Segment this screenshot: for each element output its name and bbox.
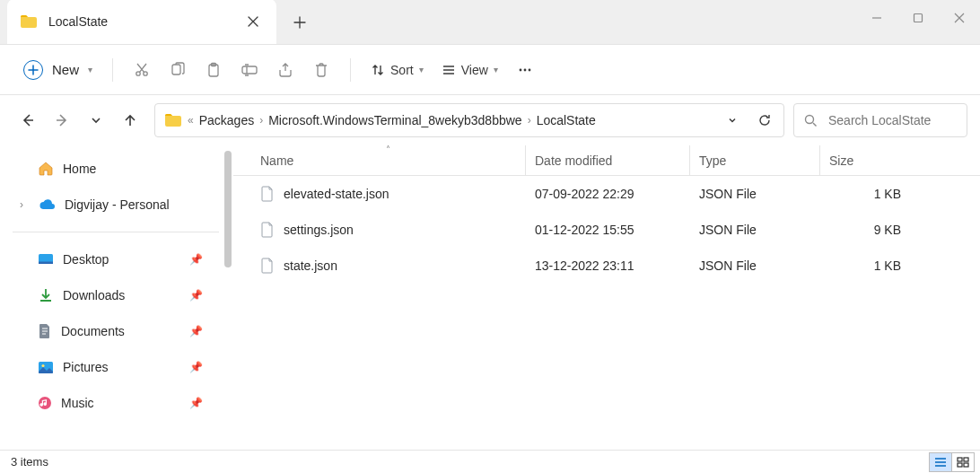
minimize-button[interactable] [856,0,897,36]
recent-locations-button[interactable] [81,105,111,136]
new-button-label: New [52,62,79,77]
view-button[interactable]: View ▾ [434,54,505,86]
chevron-down-icon: ▾ [88,65,92,74]
cut-button[interactable] [126,54,158,86]
tab-current[interactable]: LocalState [7,0,276,44]
cell-type: JSON File [690,258,820,273]
nav-item-label: Desktop [63,252,109,267]
breadcrumb-item[interactable]: Microsoft.WindowsTerminal_8wekyb3d8bbwe [268,113,521,127]
col-type[interactable]: Type [690,145,820,175]
file-name: elevated-state.json [284,187,389,201]
svg-point-7 [519,68,521,71]
file-icon [260,258,275,274]
breadcrumb-item[interactable]: Packages [199,113,254,127]
status-text: 3 items [11,455,48,469]
new-button[interactable]: New ▾ [16,54,100,86]
svg-rect-18 [958,463,962,467]
table-row[interactable]: state.json13-12-2022 23:11JSON File1 KB [251,248,980,284]
sort-button-label: Sort [390,63,414,77]
scrollbar-thumb[interactable] [224,151,232,267]
folder-icon [20,14,38,29]
pin-icon: 📌 [189,361,203,373]
up-button[interactable] [115,105,145,136]
titlebar: LocalState [0,0,980,45]
cell-date: 01-12-2022 15:55 [526,223,690,237]
chevron-down-icon: ▾ [494,65,498,74]
svg-point-2 [144,71,147,74]
nav-home-label: Home [63,162,96,176]
search-icon [803,113,818,127]
cell-name: settings.json [251,222,526,238]
back-button[interactable] [13,105,43,136]
search-input[interactable] [827,112,980,128]
cell-type: JSON File [690,223,820,237]
svg-rect-0 [914,14,923,22]
svg-rect-12 [39,262,53,265]
window-controls [856,0,980,36]
sort-button[interactable]: Sort ▾ [363,54,431,86]
address-dropdown-button[interactable] [719,107,746,134]
nav-desktop[interactable]: Desktop 📌 [7,241,224,277]
file-icon [260,222,275,238]
pin-icon: 📌 [189,253,203,266]
refresh-button[interactable] [751,107,778,134]
search-box[interactable] [793,103,967,137]
share-button[interactable] [269,54,302,86]
nav-onedrive-label: Digvijay - Personal [65,197,170,212]
file-rows: elevated-state.json07-09-2022 22:29JSON … [233,176,980,450]
chevron-right-icon[interactable]: › [528,114,531,127]
home-icon [38,161,54,177]
plus-circle-icon [23,60,43,80]
table-row[interactable]: elevated-state.json07-09-2022 22:29JSON … [251,176,980,212]
view-icon [442,63,456,77]
rename-button[interactable] [233,54,266,86]
nav-onedrive[interactable]: › Digvijay - Personal [7,187,224,223]
thumbnails-view-button[interactable] [951,452,975,472]
address-bar[interactable]: « Packages › Microsoft.WindowsTerminal_8… [154,103,784,137]
forward-button[interactable] [47,105,77,136]
breadcrumb-overflow[interactable]: « [188,114,194,127]
documents-icon [38,323,52,339]
close-window-button[interactable] [939,0,980,36]
tab-title: LocalState [48,14,232,29]
col-name[interactable]: ˄ Name [251,145,526,175]
maximize-button[interactable] [897,0,939,36]
more-button[interactable] [509,54,541,86]
music-icon [38,396,52,410]
nav-documents[interactable]: Documents 📌 [7,313,224,349]
col-date[interactable]: Date modified [526,145,690,175]
svg-point-10 [806,116,814,124]
svg-point-8 [523,68,526,71]
copy-button[interactable] [162,54,194,86]
main-area: Home › Digvijay - Personal Desktop 📌 Dow… [0,145,980,450]
delete-button[interactable] [305,54,337,86]
nav-downloads[interactable]: Downloads 📌 [7,277,224,313]
breadcrumb-item[interactable]: LocalState [537,113,596,127]
cloud-icon [38,198,56,211]
chevron-right-icon[interactable]: › [14,198,29,211]
svg-point-9 [528,68,530,71]
file-icon [260,186,275,202]
cell-size: 1 KB [820,187,910,201]
nav-item-label: Pictures [63,360,109,374]
column-headers: ˄ Name Date modified Type Size [233,145,980,176]
new-tab-button[interactable] [282,4,318,40]
table-row[interactable]: settings.json01-12-2022 15:55JSON File9 … [251,212,980,248]
details-view-button[interactable] [929,452,952,472]
cell-name: elevated-state.json [251,186,526,202]
cell-size: 1 KB [820,258,910,273]
close-tab-button[interactable] [242,11,264,32]
svg-rect-19 [964,463,968,467]
chevron-right-icon[interactable]: › [259,114,263,127]
separator [350,58,351,82]
nav-pictures[interactable]: Pictures 📌 [7,349,224,385]
col-size[interactable]: Size [820,145,910,175]
navpane-scrollbar[interactable] [224,151,232,444]
cell-type: JSON File [690,187,820,201]
nav-music[interactable]: Music 📌 [7,385,224,421]
paste-button[interactable] [197,54,230,86]
nav-item-label: Music [61,396,94,410]
svg-rect-3 [172,65,180,74]
sort-icon [371,63,385,77]
nav-home[interactable]: Home [7,151,224,187]
